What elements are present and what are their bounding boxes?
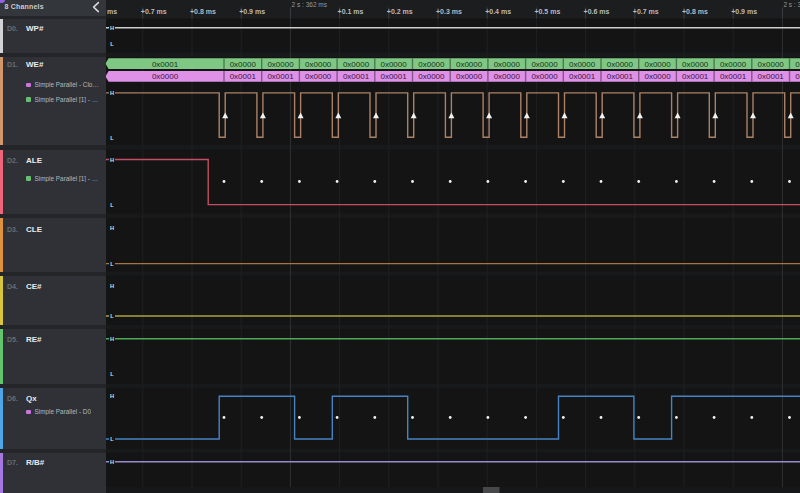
svg-text:0x0000: 0x0000 xyxy=(531,72,558,81)
svg-text:0x0000: 0x0000 xyxy=(343,60,370,69)
svg-text:0x0001: 0x0001 xyxy=(607,72,634,81)
svg-text:H: H xyxy=(110,225,114,231)
svg-text:+0.4 ms: +0.4 ms xyxy=(485,8,511,15)
svg-text:L: L xyxy=(110,135,114,141)
svg-text:0x0001: 0x0001 xyxy=(682,72,709,81)
svg-text:+0.8 ms: +0.8 ms xyxy=(190,8,216,15)
svg-text:H: H xyxy=(110,157,114,163)
svg-text:0x0000: 0x0000 xyxy=(682,60,709,69)
svg-text:0x0001: 0x0001 xyxy=(343,72,370,81)
svg-text:0x0000: 0x0000 xyxy=(644,72,671,81)
svg-text:0x0000: 0x0000 xyxy=(418,60,445,69)
svg-text:0x0000: 0x0000 xyxy=(607,60,634,69)
svg-text:0x0000: 0x0000 xyxy=(644,60,671,69)
svg-text:0x0000: 0x0000 xyxy=(494,60,521,69)
svg-text:H: H xyxy=(110,459,114,465)
svg-text:2 s : 362 ms: 2 s : 362 ms xyxy=(292,1,328,8)
svg-text:L: L xyxy=(110,41,114,47)
svg-text:L: L xyxy=(110,202,114,208)
svg-text:0x0000: 0x0000 xyxy=(795,72,800,81)
svg-text:0x0000: 0x0000 xyxy=(230,60,257,69)
svg-text:+0.7 ms: +0.7 ms xyxy=(141,8,167,15)
svg-text:0x0001: 0x0001 xyxy=(267,72,294,81)
svg-text:H: H xyxy=(110,336,114,342)
svg-text:0x0001: 0x0001 xyxy=(152,60,179,69)
svg-text:0x0000: 0x0000 xyxy=(305,72,332,81)
svg-text:+0.8 ms: +0.8 ms xyxy=(682,8,708,15)
svg-text:0x0000: 0x0000 xyxy=(152,72,179,81)
svg-text:0x0000: 0x0000 xyxy=(267,60,294,69)
svg-text:L: L xyxy=(110,371,114,377)
svg-text:0x0001: 0x0001 xyxy=(720,72,747,81)
svg-text:0x0001: 0x0001 xyxy=(380,72,407,81)
svg-text:0x0001: 0x0001 xyxy=(230,72,257,81)
svg-text:H: H xyxy=(110,90,114,96)
svg-text:+0.5 ms: +0.5 ms xyxy=(534,8,560,15)
svg-text:0x0000: 0x0000 xyxy=(418,72,445,81)
svg-text:+0.6 ms: +0.6 ms xyxy=(584,8,610,15)
svg-text:0x0000: 0x0000 xyxy=(456,60,483,69)
svg-text:+0.9 ms: +0.9 ms xyxy=(239,8,265,15)
svg-text:+0.1 ms: +0.1 ms xyxy=(338,8,364,15)
svg-text:0x0001: 0x0001 xyxy=(569,72,596,81)
svg-text:H: H xyxy=(110,283,114,289)
svg-text:0x0001: 0x0001 xyxy=(758,72,785,81)
svg-text:+0.9 ms: +0.9 ms xyxy=(731,8,757,15)
svg-text:2 s : 3: 2 s : 3 xyxy=(783,1,800,8)
svg-text:0x0000: 0x0000 xyxy=(305,60,332,69)
svg-text:H: H xyxy=(110,393,114,399)
svg-text:0x0000: 0x0000 xyxy=(758,60,785,69)
svg-text:0x0000: 0x0000 xyxy=(795,60,800,69)
svg-text:0x0000: 0x0000 xyxy=(456,72,483,81)
svg-text:0x0000: 0x0000 xyxy=(720,60,747,69)
svg-text:ms: ms xyxy=(107,8,117,15)
svg-text:0x0000: 0x0000 xyxy=(531,60,558,69)
svg-text:0x0000: 0x0000 xyxy=(569,60,596,69)
svg-text:L: L xyxy=(110,261,114,267)
svg-text:H: H xyxy=(110,25,114,31)
svg-text:+0.3 ms: +0.3 ms xyxy=(436,8,462,15)
svg-text:L: L xyxy=(110,436,114,442)
svg-text:0x0000: 0x0000 xyxy=(494,72,521,81)
svg-text:+0.2 ms: +0.2 ms xyxy=(387,8,413,15)
svg-text:+0.7 ms: +0.7 ms xyxy=(633,8,659,15)
svg-text:L: L xyxy=(110,313,114,319)
svg-text:0x0000: 0x0000 xyxy=(380,60,407,69)
